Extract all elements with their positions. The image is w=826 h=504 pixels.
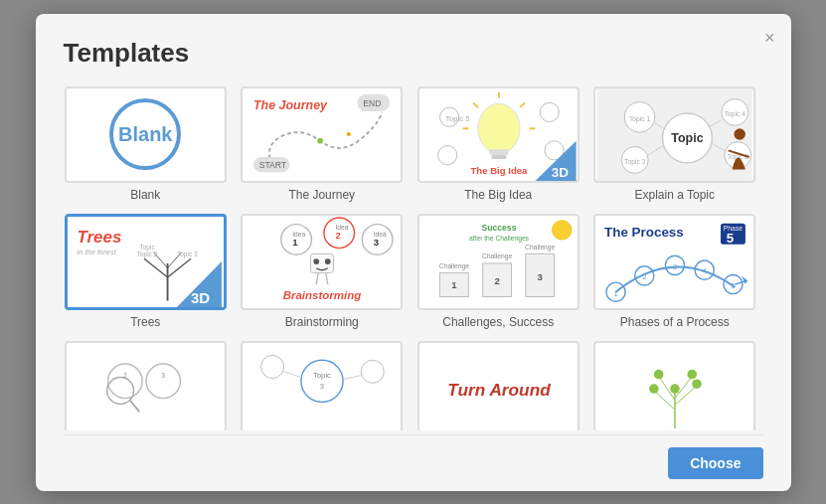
template-label-process: Phases of a Process (620, 315, 730, 329)
template-thumb-topic: Topic Topic 1 Topic 4 Topic 2 Topic 3 (593, 86, 755, 183)
svg-text:Trees: Trees (77, 228, 121, 247)
bigidea-svg: Topic 5 3D The Big Idea (419, 88, 578, 181)
svg-text:START: START (259, 159, 287, 169)
template-label-brainstorm: Brainstorming (285, 315, 359, 329)
template-thumb-trees: Trees in the forest Topic 2 Topic 3 Topi… (65, 214, 227, 310)
templates-grid-area: Blank Blank The Journey END S (64, 86, 763, 430)
template-item-challenges[interactable]: Success after the Challenges Challenge 1… (416, 214, 581, 329)
svg-rect-11 (491, 155, 506, 159)
svg-text:Topic 2: Topic 2 (136, 251, 157, 258)
template-item-trees[interactable]: Trees in the forest Topic 2 Topic 3 Topi… (64, 214, 229, 329)
template-label-bigidea: The Big Idea (464, 188, 532, 202)
svg-text:Topic: Topic (139, 243, 155, 251)
svg-text:Topic 5: Topic 5 (445, 113, 469, 122)
turnaround-svg: Turn Around (419, 343, 578, 430)
modal-footer: Choose (64, 434, 763, 491)
svg-text:2: 2 (642, 272, 646, 281)
svg-text:The Journey: The Journey (253, 98, 328, 112)
template-item-blank[interactable]: Blank Blank (64, 86, 229, 202)
svg-text:1: 1 (614, 288, 618, 297)
svg-text:3: 3 (537, 271, 542, 282)
svg-text:The Big Idea: The Big Idea (470, 165, 528, 176)
svg-text:2: 2 (494, 275, 499, 286)
template-item-brainstorm[interactable]: Idea 1 Idea 2 Idea 3 (240, 214, 405, 329)
svg-text:Challenge: Challenge (439, 261, 469, 269)
svg-text:Turn Around: Turn Around (447, 379, 551, 399)
template-item-journey[interactable]: The Journey END START The Journey (240, 86, 405, 202)
template-item-bigidea[interactable]: Topic 5 3D The Big Idea The Big Idea (416, 86, 581, 202)
svg-text:Topic: Topic (672, 130, 704, 144)
svg-text:Challenge: Challenge (525, 243, 555, 251)
template-thumb-process: The Process Phase 5 1 2 3 (593, 214, 755, 310)
svg-point-124 (649, 384, 659, 394)
template-item-process[interactable]: The Process Phase 5 1 2 3 (592, 214, 757, 329)
brainstorm-svg: Idea 1 Idea 2 Idea 3 (243, 216, 401, 308)
svg-rect-10 (489, 149, 508, 155)
template-item-turnaround[interactable]: Turn Around Turn Around (416, 341, 581, 430)
svg-text:Challenge: Challenge (482, 252, 512, 260)
svg-text:3: 3 (374, 236, 379, 247)
template-thumb-challenges: Success after the Challenges Challenge 1… (417, 214, 579, 310)
close-button[interactable]: × (764, 28, 775, 49)
svg-text:3D: 3D (551, 165, 568, 180)
svg-text:Topic 1: Topic 1 (629, 114, 651, 122)
svg-point-7 (347, 132, 351, 136)
svg-point-66 (314, 258, 320, 264)
svg-point-83 (552, 220, 571, 239)
svg-text:The Process: The Process (604, 225, 684, 240)
template-item-partial1[interactable]: 2 3 (64, 341, 229, 430)
modal: × Templates Blank Blank The Journey (36, 14, 791, 491)
svg-text:1: 1 (451, 278, 457, 289)
svg-text:3: 3 (673, 261, 677, 270)
svg-point-127 (688, 369, 698, 379)
svg-point-6 (317, 137, 323, 143)
partial2-svg: Topic 3 (243, 343, 401, 430)
svg-point-128 (670, 384, 680, 394)
template-label-challenges: Challenges, Success (442, 315, 554, 329)
topic-svg: Topic Topic 1 Topic 4 Topic 2 Topic 3 (595, 88, 753, 181)
template-thumb-partial2: Topic 3 (241, 341, 403, 430)
template-item-partial4[interactable] (592, 341, 757, 430)
svg-text:in the forest: in the forest (77, 247, 116, 255)
blank-circle: Blank (109, 98, 181, 170)
svg-text:Topic 4: Topic 4 (725, 109, 746, 117)
svg-text:END: END (363, 98, 381, 108)
challenges-svg: Success after the Challenges Challenge 1… (419, 216, 578, 308)
svg-text:4: 4 (703, 266, 708, 275)
svg-rect-101 (68, 343, 223, 430)
modal-title: Templates (64, 38, 763, 69)
svg-text:Brainstorming: Brainstorming (283, 289, 362, 301)
template-label-journey: The Journey (288, 188, 355, 202)
svg-text:Topic: Topic (313, 371, 331, 380)
template-item-partial2[interactable]: Topic 3 (240, 341, 405, 430)
template-thumb-brainstorm: Idea 1 Idea 2 Idea 3 (241, 214, 403, 310)
svg-point-126 (654, 369, 664, 379)
template-thumb-partial4 (593, 341, 755, 430)
svg-point-9 (478, 103, 520, 153)
partial1-svg: 2 3 (67, 343, 225, 430)
svg-text:3: 3 (161, 372, 165, 379)
svg-text:Topic 3: Topic 3 (624, 157, 646, 165)
template-thumb-bigidea: Topic 5 3D The Big Idea (417, 86, 579, 183)
template-item-topic[interactable]: Topic Topic 1 Topic 4 Topic 2 Topic 3 (592, 86, 757, 202)
blank-label: Blank (118, 123, 172, 146)
svg-text:Success: Success (481, 223, 516, 233)
svg-text:after the Challenges: after the Challenges (469, 234, 530, 242)
svg-text:1: 1 (293, 236, 299, 247)
template-thumb-journey: The Journey END START (241, 86, 403, 183)
svg-point-125 (692, 379, 702, 389)
process-svg: The Process Phase 5 1 2 3 (595, 216, 753, 308)
template-grid: Blank Blank The Journey END S (64, 86, 757, 430)
template-label-blank: Blank (130, 188, 160, 202)
template-label-topic: Explain a Topic (635, 188, 716, 202)
svg-text:5: 5 (732, 280, 736, 289)
template-thumb-turnaround: Turn Around (417, 341, 579, 430)
svg-text:Topic 3: Topic 3 (177, 251, 198, 258)
svg-point-40 (735, 128, 746, 140)
partial4-svg (595, 343, 753, 430)
trees-svg: Trees in the forest Topic 2 Topic 3 Topi… (68, 217, 224, 307)
template-thumb-partial1: 2 3 (65, 341, 227, 430)
choose-button[interactable]: Choose (668, 447, 762, 479)
svg-point-67 (325, 258, 331, 264)
svg-text:3: 3 (320, 382, 324, 391)
